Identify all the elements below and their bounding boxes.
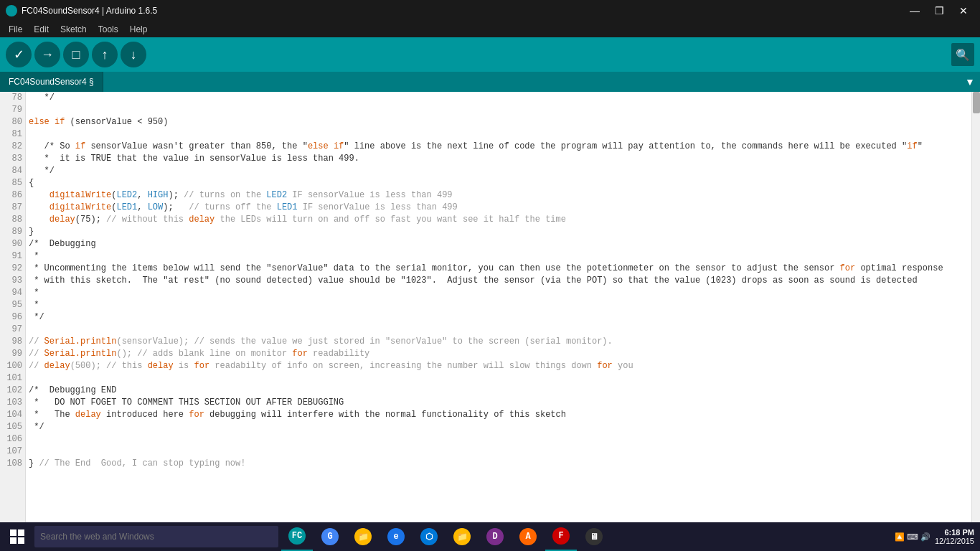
folder-taskbar-icon: 📁 bbox=[453, 528, 471, 545]
arduino-taskbar-1-icon: FC bbox=[288, 527, 306, 545]
line-number: 91 bbox=[0, 250, 25, 263]
line-number: 108 bbox=[0, 458, 25, 470]
taskbar-apps: FCG📁e⬡📁DAF🖥 bbox=[281, 522, 889, 551]
dragonbar-taskbar-icon: D bbox=[486, 528, 504, 545]
desktop-taskbar[interactable]: 🖥 bbox=[578, 522, 610, 551]
window-title: FC04SoundSensor4 | Arduino 1.6.5 bbox=[22, 6, 157, 16]
line-number: 107 bbox=[0, 446, 25, 458]
code-line bbox=[29, 128, 969, 141]
desktop-taskbar-icon: 🖥 bbox=[585, 528, 603, 545]
line-number: 94 bbox=[0, 287, 25, 299]
code-line: delay(75); // without this delay the LED… bbox=[29, 214, 969, 226]
windows-logo bbox=[10, 529, 24, 544]
new-button[interactable]: □ bbox=[63, 42, 89, 67]
code-line: // Serial.println(sensorValue); // sends… bbox=[29, 336, 969, 348]
apple-taskbar[interactable]: A bbox=[512, 522, 544, 551]
line-number: 79 bbox=[0, 104, 25, 116]
close-button[interactable]: ✕ bbox=[953, 4, 974, 18]
files-taskbar[interactable]: 📁 bbox=[347, 522, 379, 551]
menu-file[interactable]: File bbox=[3, 23, 28, 36]
toolbar: ✓ → □ ↑ ↓ 🔍 bbox=[0, 37, 980, 72]
taskbar: FCG📁e⬡📁DAF🖥 🔼 ⌨ 🔊 6:18 PM 12/12/2015 bbox=[0, 522, 980, 551]
folder-taskbar[interactable]: 📁 bbox=[446, 522, 478, 551]
code-line: * bbox=[29, 250, 969, 263]
code-line: */ bbox=[29, 421, 969, 433]
maximize-button[interactable]: ❒ bbox=[928, 4, 950, 18]
code-line: } bbox=[29, 226, 969, 238]
menu-edit[interactable]: Edit bbox=[28, 23, 55, 36]
save-button[interactable]: ↓ bbox=[121, 42, 146, 67]
line-number: 92 bbox=[0, 263, 25, 275]
ie-taskbar[interactable]: e bbox=[380, 522, 412, 551]
app-logo bbox=[6, 5, 17, 17]
tab-dropdown-button[interactable]: ▼ bbox=[960, 72, 980, 92]
chrome-taskbar[interactable]: G bbox=[314, 522, 346, 551]
line-numbers: 7879808182838485868788899091929394959697… bbox=[0, 92, 26, 522]
arduino-taskbar-1[interactable]: FC bbox=[281, 522, 313, 551]
code-line: // Serial.println(); // adds blank line … bbox=[29, 348, 969, 360]
files-taskbar-icon: 📁 bbox=[354, 528, 372, 545]
taskbar-date: 12/12/2015 bbox=[935, 537, 974, 545]
taskbar-search-input[interactable] bbox=[34, 526, 278, 547]
code-line: } // The End Good, I can stop typing now… bbox=[29, 458, 969, 470]
arduino-taskbar-2[interactable]: F bbox=[545, 522, 577, 551]
scrollbar-y[interactable] bbox=[971, 92, 980, 522]
search-button[interactable]: 🔍 bbox=[951, 43, 974, 66]
taskbar-clock: 6:18 PM 12/12/2015 bbox=[935, 528, 974, 545]
line-number: 105 bbox=[0, 421, 25, 433]
start-button[interactable] bbox=[0, 522, 34, 551]
dragonbar-taskbar[interactable]: D bbox=[479, 522, 511, 551]
line-number: 83 bbox=[0, 153, 25, 165]
apple-taskbar-icon: A bbox=[519, 528, 537, 545]
code-line bbox=[29, 446, 969, 458]
menu-tools[interactable]: Tools bbox=[93, 23, 124, 36]
line-number: 93 bbox=[0, 275, 25, 287]
code-line: else if (sensorValue < 950) bbox=[29, 116, 969, 128]
line-number: 84 bbox=[0, 165, 25, 177]
line-number: 90 bbox=[0, 238, 25, 250]
code-line: * Uncommenting the items below will send… bbox=[29, 263, 969, 275]
code-line bbox=[29, 433, 969, 446]
code-line: */ bbox=[29, 311, 969, 324]
code-line: */ bbox=[29, 92, 969, 104]
line-number: 82 bbox=[0, 141, 25, 153]
line-number: 86 bbox=[0, 189, 25, 202]
editor-tab[interactable]: FC04SoundSensor4 § bbox=[0, 72, 103, 92]
code-line: * bbox=[29, 287, 969, 299]
tab-label: FC04SoundSensor4 § bbox=[9, 77, 94, 87]
line-number: 85 bbox=[0, 177, 25, 189]
menu-help[interactable]: Help bbox=[124, 23, 154, 36]
code-line bbox=[29, 104, 969, 116]
scrollbar-thumb[interactable] bbox=[973, 92, 980, 113]
taskbar-right: 🔼 ⌨ 🔊 6:18 PM 12/12/2015 bbox=[889, 528, 980, 545]
title-bar: FC04SoundSensor4 | Arduino 1.6.5 — ❒ ✕ bbox=[0, 0, 980, 22]
line-number: 104 bbox=[0, 409, 25, 421]
taskbar-time: 6:18 PM bbox=[935, 528, 974, 537]
line-number: 89 bbox=[0, 226, 25, 238]
code-line: /* Debugging END bbox=[29, 385, 969, 397]
open-button[interactable]: ↑ bbox=[92, 42, 118, 67]
line-number: 100 bbox=[0, 360, 25, 372]
code-line: * with this sketch. The "at rest" (no so… bbox=[29, 275, 969, 287]
minimize-button[interactable]: — bbox=[904, 4, 925, 18]
code-line bbox=[29, 324, 969, 336]
code-line: */ bbox=[29, 165, 969, 177]
code-line: // delay(500); // this delay is for read… bbox=[29, 360, 969, 372]
line-number: 98 bbox=[0, 336, 25, 348]
line-number: 103 bbox=[0, 397, 25, 409]
menu-sketch[interactable]: Sketch bbox=[55, 23, 93, 36]
upload-button[interactable]: → bbox=[34, 42, 60, 67]
window-controls: — ❒ ✕ bbox=[904, 4, 974, 18]
arduino-taskbar-2-icon: F bbox=[552, 527, 570, 545]
code-line: digitalWrite(LED2, HIGH); // turns on th… bbox=[29, 189, 969, 202]
chrome-taskbar-icon: G bbox=[321, 528, 339, 545]
line-number: 80 bbox=[0, 116, 25, 128]
edge-taskbar-icon: ⬡ bbox=[420, 528, 438, 545]
editor-area: 7879808182838485868788899091929394959697… bbox=[0, 92, 980, 522]
code-line: /* So if sensorValue wasn't greater than… bbox=[29, 141, 969, 153]
line-number: 101 bbox=[0, 372, 25, 385]
verify-button[interactable]: ✓ bbox=[6, 42, 32, 67]
line-number: 87 bbox=[0, 202, 25, 214]
code-editor[interactable]: */else if (sensorValue < 950) /* So if s… bbox=[26, 92, 971, 522]
edge-taskbar[interactable]: ⬡ bbox=[413, 522, 445, 551]
